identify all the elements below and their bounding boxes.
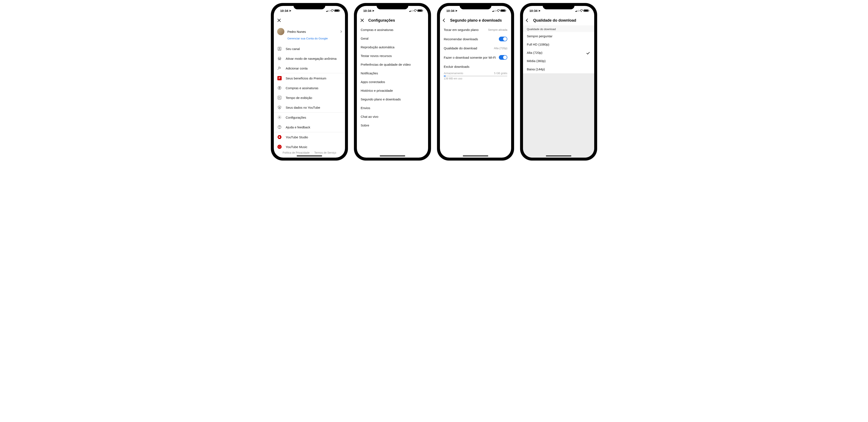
nav-header: Segundo plano e downloads — [440, 15, 511, 25]
manage-account-link[interactable]: Gerenciar sua Conta do Google — [287, 37, 342, 40]
page-title: Segundo plano e downloads — [450, 18, 502, 23]
svg-point-2 — [278, 59, 279, 60]
storage-label: Armazenamento — [444, 72, 463, 75]
home-indicator[interactable] — [463, 156, 488, 156]
shield-icon — [277, 105, 282, 110]
cellular-icon — [409, 9, 413, 12]
status-time: 10:34 — [363, 9, 371, 12]
status-time: 10:34 — [280, 9, 288, 12]
svg-point-1 — [279, 48, 280, 49]
quality-option[interactable]: Baixa (144p) — [523, 65, 594, 73]
row-download-quality[interactable]: Qualidade do download Alta (720p) — [440, 44, 511, 53]
settings-item[interactable]: Apps conectados — [357, 77, 428, 86]
menu-help[interactable]: Ajuda e feedback — [274, 122, 345, 132]
menu-label: Adicionar conta — [286, 67, 308, 70]
dollar-icon — [277, 86, 282, 90]
nav-header: Qualidade do download — [523, 15, 594, 25]
home-indicator[interactable] — [546, 156, 571, 156]
account-row[interactable]: Pedro Nunes — [277, 27, 342, 36]
menu-label: Ativar modo de navegação anônima — [286, 57, 337, 60]
user-name: Pedro Nunes — [287, 30, 337, 33]
toggle-switch[interactable] — [499, 55, 507, 60]
menu-label: Tempo de exibição — [286, 96, 312, 100]
row-recommend-downloads[interactable]: Recomendar downloads — [440, 34, 511, 44]
add-person-icon — [277, 66, 282, 70]
menu-yt-music[interactable]: YouTube Music — [274, 142, 345, 152]
home-indicator[interactable] — [380, 156, 405, 156]
svg-point-8 — [279, 117, 280, 118]
battery-icon — [417, 9, 423, 12]
footer-links: Política de Privacidade · Termos de Serv… — [274, 151, 345, 154]
menu-label: Configurações — [286, 116, 306, 119]
page-title: Configurações — [368, 18, 395, 23]
menu-your-data[interactable]: Seus dados no YouTube — [274, 102, 345, 112]
wifi-icon — [497, 9, 500, 12]
chevron-right-icon — [340, 30, 342, 33]
wifi-icon — [580, 9, 583, 12]
settings-item[interactable]: Testar novos recursos — [357, 52, 428, 60]
menu-incognito[interactable]: Ativar modo de navegação anônima — [274, 54, 345, 63]
settings-item[interactable]: Reprodução automática — [357, 43, 428, 52]
menu-purchases[interactable]: Compras e assinaturas — [274, 83, 345, 93]
wifi-icon — [330, 9, 334, 12]
location-icon: ➤ — [372, 9, 374, 12]
quality-option[interactable]: Sempre perguntar — [523, 32, 594, 40]
gear-icon — [277, 115, 282, 120]
settings-item[interactable]: Notificações — [357, 69, 428, 77]
phone-account-menu: 10:34 ➤ Pedro Nunes Gerenciar sua Conta … — [271, 3, 347, 160]
row-wifi-only[interactable]: Fazer o download somente por Wi-Fi — [440, 53, 511, 62]
location-icon: ➤ — [289, 9, 291, 12]
wifi-icon — [413, 9, 416, 12]
settings-item[interactable]: Compras e assinaturas — [357, 25, 428, 34]
settings-item[interactable]: Histórico e privacidade — [357, 86, 428, 95]
row-label: Excluir downloads — [444, 65, 469, 68]
privacy-link[interactable]: Política de Privacidade — [283, 151, 310, 154]
menu-label: Compras e assinaturas — [286, 86, 318, 90]
battery-icon — [584, 9, 589, 12]
terms-link[interactable]: Termos de Serviço — [314, 151, 336, 154]
settings-item[interactable]: Envios — [357, 104, 428, 112]
row-background-play[interactable]: Tocar em segundo plano Sempre ativada — [440, 25, 511, 34]
phone-settings: 10:34 ➤ Configurações Compras e assinatu… — [354, 3, 431, 160]
settings-item[interactable]: Geral — [357, 34, 428, 43]
notch — [543, 3, 575, 9]
location-icon: ➤ — [455, 9, 458, 12]
menu-watch-time[interactable]: Tempo de exibição — [274, 93, 345, 102]
settings-item[interactable]: Chat ao vivo — [357, 112, 428, 121]
settings-item[interactable]: Preferências de qualidade de vídeo — [357, 60, 428, 69]
menu-add-account[interactable]: Adicionar conta — [274, 63, 345, 73]
menu-settings[interactable]: Configurações — [274, 112, 345, 122]
yt-music-icon — [277, 145, 282, 149]
svg-point-7 — [279, 107, 280, 108]
back-icon[interactable] — [526, 19, 530, 22]
avatar — [277, 28, 284, 35]
nav-header — [274, 15, 345, 25]
toggle-switch[interactable] — [499, 37, 507, 41]
row-value: Sempre ativada — [488, 28, 507, 31]
help-icon — [277, 125, 282, 129]
chart-icon — [277, 95, 282, 100]
row-label: Fazer o download somente por Wi-Fi — [444, 56, 496, 59]
cellular-icon — [575, 9, 579, 12]
option-label: Full HD (1080p) — [527, 42, 549, 46]
quality-option[interactable]: Média (360p) — [523, 57, 594, 65]
close-icon[interactable] — [360, 19, 364, 22]
incognito-icon — [277, 56, 282, 61]
settings-item[interactable]: Segundo plano e downloads — [357, 95, 428, 104]
person-box-icon — [277, 46, 282, 51]
quality-option-selected[interactable]: Alta (720p) — [523, 48, 594, 57]
option-label: Baixa (144p) — [527, 67, 545, 71]
svg-rect-0 — [278, 47, 281, 51]
close-icon[interactable] — [277, 19, 281, 22]
menu-premium[interactable]: P Seus benefícios do Premium — [274, 73, 345, 83]
row-label: Qualidade do download — [444, 46, 477, 50]
menu-yt-studio[interactable]: YouTube Studio — [274, 132, 345, 142]
back-icon[interactable] — [443, 19, 446, 22]
home-indicator[interactable] — [297, 156, 322, 156]
row-delete-downloads[interactable]: Excluir downloads — [440, 62, 511, 71]
menu-your-channel[interactable]: Seu canal — [274, 44, 345, 54]
notch — [293, 3, 325, 9]
quality-option[interactable]: Full HD (1080p) — [523, 40, 594, 48]
settings-item[interactable]: Sobre — [357, 121, 428, 130]
phone-downloads: 10:34 ➤ Segundo plano e downloads Tocar … — [437, 3, 514, 160]
